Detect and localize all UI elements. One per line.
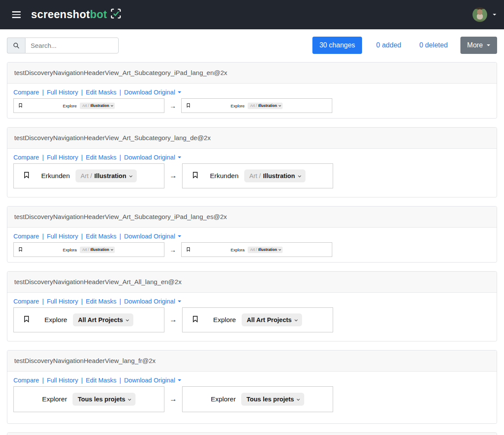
toolbar: 30 changes 0 added 0 deleted More bbox=[7, 37, 497, 54]
compare-link[interactable]: Compare bbox=[13, 154, 39, 161]
download-original-link[interactable]: Download Original bbox=[124, 233, 181, 240]
download-original-link[interactable]: Download Original bbox=[124, 89, 181, 96]
card-title: testDiscoveryNavigationHeaderView_Art_Su… bbox=[7, 128, 497, 149]
chevron-down-icon bbox=[295, 318, 298, 321]
category-pill: Tous les projets bbox=[72, 393, 135, 406]
chevron-down-icon bbox=[178, 91, 181, 93]
bookmark-icon bbox=[18, 102, 23, 110]
compare-link[interactable]: Compare bbox=[13, 233, 39, 240]
category-pill: All Art Projects bbox=[73, 313, 133, 326]
bookmark-icon bbox=[186, 246, 191, 253]
card-actions: Compare|Full History|Edit Masks|Download… bbox=[13, 376, 491, 385]
search-group bbox=[7, 38, 119, 53]
edit-masks-link[interactable]: Edit Masks bbox=[86, 298, 117, 305]
full-history-link[interactable]: Full History bbox=[47, 233, 78, 240]
brand-check-icon bbox=[110, 8, 122, 21]
arrow-right-icon: → bbox=[170, 102, 176, 110]
bookmark-icon bbox=[186, 102, 191, 110]
category-pill: Art /Illustration bbox=[248, 103, 283, 109]
search-input[interactable] bbox=[25, 38, 119, 53]
bookmark-icon bbox=[192, 315, 199, 325]
avatar[interactable] bbox=[472, 7, 487, 22]
changes-button[interactable]: 30 changes bbox=[312, 37, 362, 54]
compare-link[interactable]: Compare bbox=[13, 298, 39, 305]
card-actions: Compare|Full History|Edit Masks|Download… bbox=[13, 153, 491, 162]
change-card: testDiscoveryNavigationHeaderView_Art_Su… bbox=[7, 127, 497, 197]
explore-label: Explore bbox=[213, 316, 236, 324]
category-pill: Art /Illustration bbox=[244, 169, 306, 182]
chevron-down-icon bbox=[178, 300, 181, 302]
explore-label: Explore bbox=[44, 316, 67, 324]
chevron-down-icon bbox=[111, 104, 113, 106]
download-original-link[interactable]: Download Original bbox=[124, 298, 181, 305]
screenshot-after[interactable]: Explora Art /Illustration bbox=[181, 242, 332, 257]
chevron-down-icon bbox=[111, 248, 113, 250]
card-title: testDiscoveryNavigationHeaderView_Art_Su… bbox=[7, 63, 497, 84]
explore-label: Explorer bbox=[42, 395, 67, 403]
brand-name: screenshotbot bbox=[31, 8, 107, 21]
bookmark-icon bbox=[23, 315, 30, 325]
screenshot-before[interactable]: Erkunden Art /Illustration bbox=[13, 163, 164, 188]
explore-label: Explore bbox=[63, 103, 77, 108]
card-title: testDiscoveryNavigationHeaderView_Art_Su… bbox=[7, 207, 497, 228]
deleted-link[interactable]: 0 deleted bbox=[419, 41, 448, 49]
menu-icon[interactable] bbox=[9, 7, 24, 22]
chevron-down-icon[interactable] bbox=[493, 14, 496, 16]
full-history-link[interactable]: Full History bbox=[47, 298, 78, 305]
compare-link[interactable]: Compare bbox=[13, 89, 39, 96]
chevron-down-icon bbox=[178, 156, 181, 158]
screenshot-before[interactable]: Explorer Tous les projets bbox=[13, 386, 164, 412]
card-title: testDiscoveryNavigationHeaderView_Art_Al… bbox=[7, 272, 497, 293]
arrow-right-icon: → bbox=[170, 246, 176, 253]
compare-link[interactable]: Compare bbox=[13, 377, 39, 384]
chevron-down-icon bbox=[298, 174, 301, 177]
card-title: testDiscoveryNavigationHeaderView_iPad_l… bbox=[7, 433, 497, 435]
more-button[interactable]: More bbox=[460, 37, 497, 54]
chevron-down-icon bbox=[126, 318, 129, 321]
arrow-right-icon: → bbox=[170, 316, 177, 324]
category-pill: Art /Illustration bbox=[80, 247, 115, 253]
added-link[interactable]: 0 added bbox=[376, 41, 401, 49]
edit-masks-link[interactable]: Edit Masks bbox=[86, 89, 117, 96]
edit-masks-link[interactable]: Edit Masks bbox=[86, 233, 117, 240]
chevron-down-icon bbox=[129, 174, 132, 177]
edit-masks-link[interactable]: Edit Masks bbox=[86, 154, 117, 161]
card-actions: Compare|Full History|Edit Masks|Download… bbox=[13, 297, 491, 306]
category-pill: Art /Illustration bbox=[248, 247, 283, 253]
change-card: testDiscoveryNavigationHeaderView_Art_Su… bbox=[7, 206, 497, 263]
arrow-right-icon: → bbox=[170, 395, 177, 404]
screenshot-before[interactable]: Explora Art /Illustration bbox=[13, 242, 164, 257]
download-original-link[interactable]: Download Original bbox=[124, 377, 181, 384]
chevron-down-icon bbox=[279, 248, 281, 250]
chevron-down-icon bbox=[487, 44, 490, 46]
category-pill: Art /Illustration bbox=[80, 103, 115, 109]
explore-label: Explore bbox=[231, 103, 245, 108]
screenshot-before[interactable]: Explore All Art Projects bbox=[13, 307, 164, 332]
chevron-down-icon bbox=[178, 379, 181, 381]
screenshot-after[interactable]: Explorer Tous les projets bbox=[182, 386, 333, 412]
explore-label: Explora bbox=[231, 247, 245, 252]
screenshot-before[interactable]: Explore Art /Illustration bbox=[13, 98, 164, 113]
screenshot-after[interactable]: Explore All Art Projects bbox=[182, 307, 333, 332]
download-original-link[interactable]: Download Original bbox=[124, 154, 181, 161]
full-history-link[interactable]: Full History bbox=[47, 377, 78, 384]
change-card: testDiscoveryNavigationHeaderView_Art_Su… bbox=[7, 62, 497, 119]
bookmark-icon bbox=[18, 246, 23, 253]
screenshot-after[interactable]: Erkunden Art /Illustration bbox=[182, 163, 333, 188]
full-history-link[interactable]: Full History bbox=[47, 89, 78, 96]
search-icon bbox=[7, 38, 25, 53]
change-card: testDiscoveryNavigationHeaderView_lang_f… bbox=[7, 350, 497, 424]
chevron-down-icon bbox=[297, 397, 300, 401]
navbar: screenshotbot bbox=[0, 0, 504, 29]
explore-label: Erkunden bbox=[41, 172, 69, 180]
full-history-link[interactable]: Full History bbox=[47, 154, 78, 161]
category-pill: All Art Projects bbox=[242, 313, 302, 326]
more-button-label: More bbox=[467, 41, 483, 50]
brand-logo[interactable]: screenshotbot bbox=[31, 8, 122, 21]
card-actions: Compare|Full History|Edit Masks|Download… bbox=[13, 88, 491, 97]
bookmark-icon bbox=[192, 171, 199, 181]
screenshot-after[interactable]: Explore Art /Illustration bbox=[181, 98, 332, 113]
card-actions: Compare|Full History|Edit Masks|Download… bbox=[13, 232, 491, 241]
edit-masks-link[interactable]: Edit Masks bbox=[86, 377, 117, 384]
change-card: testDiscoveryNavigationHeaderView_Art_Al… bbox=[7, 271, 497, 341]
